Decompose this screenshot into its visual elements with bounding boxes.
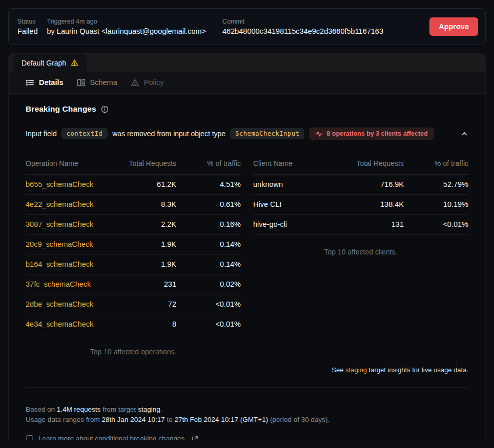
traffic-value: 0.14% — [176, 234, 241, 254]
table-row: 4e34_schemaCheck 8 <0.01% — [26, 314, 241, 334]
staging-link[interactable]: staging — [345, 366, 367, 374]
footer-line-2: Usage data ranges from 28th Jan 2024 10:… — [26, 415, 468, 425]
clients-table: Client Name Total Requests % of traffic … — [253, 153, 468, 356]
operation-link[interactable]: 3087_schemaCheck — [26, 220, 93, 228]
col-total-requests: Total Requests — [327, 153, 404, 174]
operations-note: Top 10 affected operations. — [26, 348, 241, 356]
change-text-middle: was removed from input object type — [112, 130, 225, 138]
requests-value: 2.2K — [99, 215, 176, 234]
operation-link[interactable]: 4e22_schemaCheck — [26, 200, 93, 208]
col-operation-name: Operation Name — [26, 153, 99, 174]
status-block: Status Failed — [17, 18, 38, 35]
triggered-block: Triggered 4m ago by Laurin Quast <laurin… — [47, 18, 207, 35]
table-row: Hive CLI 138.4K 10.19% — [253, 195, 468, 215]
learn-more-link[interactable]: Learn more about conditional breaking ch… — [26, 434, 198, 440]
field-code-badge: contextId — [61, 128, 108, 139]
status-label: Status — [17, 18, 38, 25]
table-row: b164_schemaCheck 1.9K 0.14% — [26, 254, 241, 274]
traffic-value: <0.01% — [176, 314, 241, 334]
requests-value: 72 — [99, 294, 176, 314]
traffic-value: <0.01% — [404, 215, 468, 234]
insights-pre: See — [332, 366, 345, 374]
schema-check-page: Status Failed Triggered 4m ago by Laurin… — [0, 0, 494, 448]
check-detail-card: Default Graph — [8, 53, 486, 440]
table-row: 2dbe_schemaCheck 72 <0.01% — [26, 294, 241, 314]
traffic-value: <0.01% — [176, 294, 241, 314]
tab-policy-label: Policy — [144, 78, 164, 87]
details-panel: Breaking Changes Input field contextId w… — [9, 94, 485, 440]
table-row: 37fc_schemaCheck 231 0.02% — [26, 274, 241, 294]
requests-value: 8.3K — [99, 195, 176, 214]
book-icon — [26, 435, 33, 440]
schema-icon — [77, 78, 86, 87]
operations-table-header: Operation Name Total Requests % of traff… — [26, 153, 241, 175]
tab-default-graph[interactable]: Default Graph — [13, 54, 87, 72]
traffic-value: 4.51% — [176, 175, 241, 194]
traffic-value: 52.79% — [404, 175, 468, 194]
requests-value: 61.2K — [99, 175, 176, 194]
commit-block: Commit 462b48000c34198115c34e9c2d3660f5b… — [222, 18, 383, 35]
client-name: unknown — [253, 175, 327, 194]
col-client-name: Client Name — [253, 153, 327, 174]
clients-table-header: Client Name Total Requests % of traffic — [253, 153, 468, 175]
status-value: Failed — [17, 27, 38, 35]
info-icon[interactable] — [101, 105, 109, 113]
requests-value: 231 — [99, 274, 176, 294]
clients-note: Top 10 affected clients. — [253, 248, 468, 256]
operation-link[interactable]: 37fc_schemaCheck — [26, 280, 91, 288]
client-name: Hive CLI — [253, 195, 327, 214]
breaking-changes-title: Breaking Changes — [26, 104, 96, 114]
requests-value: 716.9K — [327, 175, 404, 194]
requests-value: 1.9K — [99, 234, 176, 254]
breaking-change-row[interactable]: Input field contextId was removed from i… — [26, 127, 468, 140]
col-traffic: % of traffic — [404, 153, 468, 174]
table-row: 4e22_schemaCheck 8.3K 0.61% — [26, 195, 241, 215]
operation-link[interactable]: b164_schemaCheck — [26, 260, 93, 268]
tab-schema[interactable]: Schema — [77, 78, 117, 87]
table-row: 3087_schemaCheck 2.2K 0.16% — [26, 215, 241, 234]
pulse-icon — [315, 131, 323, 137]
learn-more-label: Learn more about conditional breaking ch… — [38, 434, 187, 440]
breaking-changes-header: Breaking Changes — [26, 104, 468, 114]
commit-hash: 462b48000c34198115c34e9c2d3660f5b1167163 — [222, 27, 383, 35]
check-summary-card: Status Failed Triggered 4m ago by Laurin… — [8, 8, 486, 45]
table-row: 20c9_schemaCheck 1.9K 0.14% — [26, 234, 241, 254]
insights-line: See staging target insights for live usa… — [26, 366, 468, 374]
target-name: staging — [138, 406, 160, 413]
table-row: unknown 716.9K 52.79% — [253, 175, 468, 195]
requests-value: 8 — [99, 314, 176, 334]
operation-link[interactable]: 20c9_schemaCheck — [26, 240, 93, 248]
traffic-value: 0.16% — [176, 215, 241, 234]
subnav: Details Schema — [9, 72, 485, 94]
usage-footer: Based on 1.4M requests from target stagi… — [26, 404, 468, 440]
tab-policy[interactable]: Policy — [131, 78, 164, 87]
tab-details-label: Details — [39, 78, 64, 87]
insights-post: target insights for live usage data. — [367, 366, 468, 374]
table-row: hive-go-cli 131 <0.01% — [253, 215, 468, 234]
affected-badge-label: 8 operations by 3 clients affected — [326, 130, 427, 137]
section-divider — [26, 387, 468, 388]
requests-value: 131 — [327, 215, 404, 234]
chevron-up-icon[interactable] — [460, 130, 468, 137]
usage-tables: Operation Name Total Requests % of traff… — [26, 153, 468, 356]
triggered-author: by Laurin Quast <laurinquast@googlemail.… — [47, 27, 207, 35]
client-name: hive-go-cli — [253, 215, 327, 234]
type-code-badge: SchemaCheckInput — [230, 128, 304, 139]
operation-link[interactable]: b655_schemaCheck — [26, 180, 93, 188]
operation-link[interactable]: 4e34_schemaCheck — [26, 320, 93, 328]
affected-operations-badge: 8 operations by 3 clients affected — [309, 127, 434, 140]
graph-tabstrip: Default Graph — [9, 54, 485, 72]
triggered-label: Triggered 4m ago — [47, 18, 207, 25]
warning-icon — [71, 59, 78, 67]
col-traffic: % of traffic — [176, 153, 241, 174]
list-icon — [26, 78, 34, 87]
traffic-value: 0.02% — [176, 274, 241, 294]
approve-button[interactable]: Approve — [429, 17, 478, 36]
change-text-prefix: Input field — [26, 130, 57, 138]
tab-details[interactable]: Details — [26, 78, 64, 87]
operation-link[interactable]: 2dbe_schemaCheck — [26, 300, 93, 308]
operations-table: Operation Name Total Requests % of traff… — [26, 153, 241, 356]
requests-value: 1.9K — [99, 254, 176, 274]
commit-label: Commit — [222, 18, 383, 25]
footer-line-1: Based on 1.4M requests from target stagi… — [26, 404, 468, 415]
